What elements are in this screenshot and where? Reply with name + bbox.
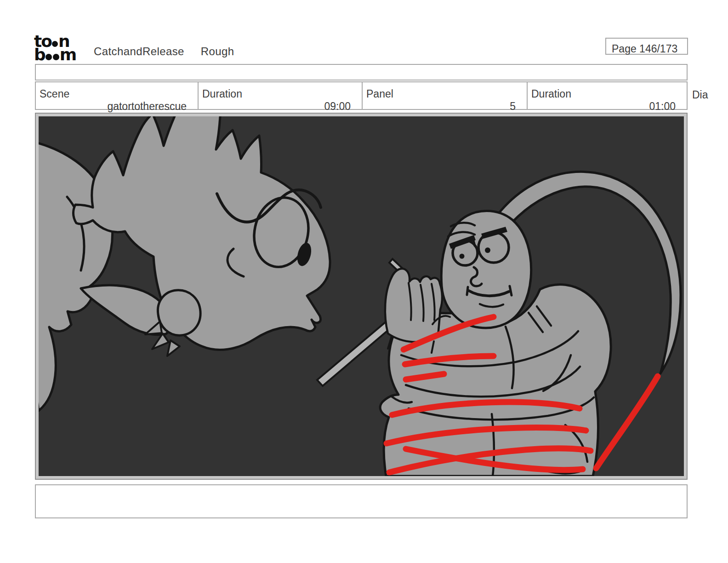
project-title: CatchandRelease (94, 45, 184, 58)
scene-value: gatortotherescue (107, 100, 187, 113)
storyboard-page: ton bm CatchandRelease Rough Page 146/17… (0, 0, 728, 563)
page-indicator: Page 146/173 (605, 38, 688, 55)
panel-label: Panel (366, 88, 393, 100)
panel-duration-label: Duration (531, 88, 571, 100)
document-title-group: CatchandRelease Rough (94, 45, 234, 58)
storyboard-panel-image (35, 113, 688, 480)
creature-paw (158, 290, 200, 335)
scene-duration-label: Duration (202, 88, 242, 100)
logo-dot-icon (46, 54, 52, 60)
right-pupil (485, 247, 490, 253)
panel-number-cell: Panel 5 (363, 82, 528, 109)
panel-artwork (39, 116, 684, 476)
logo-dot-icon (52, 41, 58, 47)
scene-duration-cell: Duration 09:00 (199, 82, 363, 109)
dialog-column-label-clipped: Dia (692, 89, 708, 101)
panel-duration-cell: Duration 01:00 (528, 82, 687, 109)
creature-figure (39, 116, 330, 411)
logo-line-2: bm (34, 48, 76, 62)
document-type: Rough (201, 45, 234, 58)
toonboom-logo: ton bm (34, 35, 76, 62)
man-head (441, 211, 531, 328)
scene-label: Scene (40, 88, 69, 100)
scene-duration-value: 09:00 (324, 100, 351, 113)
logo-dot-icon (53, 54, 59, 60)
left-pupil (460, 254, 465, 259)
panel-canvas (36, 114, 687, 479)
panel-duration-value: 01:00 (649, 100, 676, 113)
panel-caption (35, 484, 688, 518)
table-spacer-row (35, 64, 688, 80)
panel-value: 5 (510, 100, 516, 113)
scene-cell: Scene gatortotherescue (36, 82, 199, 109)
panel-info-table: Scene gatortotherescue Duration 09:00 Pa… (35, 81, 688, 110)
